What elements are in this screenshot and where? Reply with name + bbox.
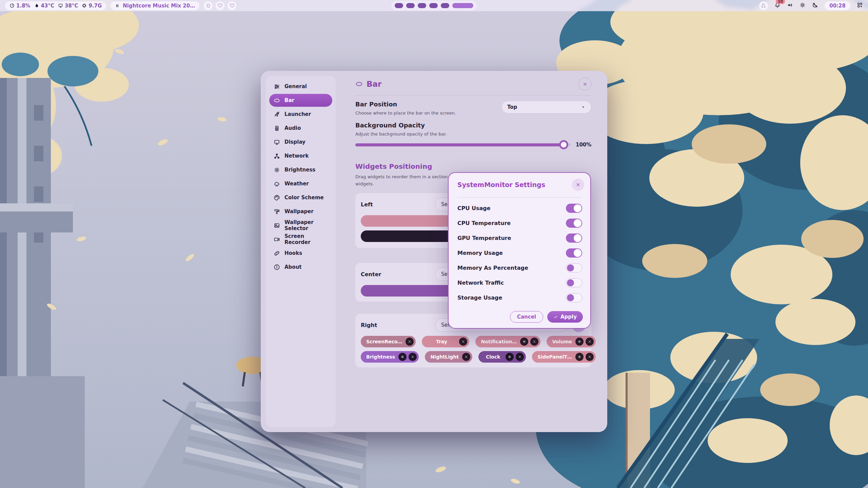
chip-settings-button[interactable] — [398, 353, 407, 361]
toggle-switch[interactable] — [566, 233, 582, 243]
chip-remove-button[interactable] — [530, 338, 538, 346]
pill-icon — [274, 97, 280, 104]
toggle-row-memory-as-percentage: Memory As Percentage — [457, 260, 582, 275]
network-icon — [274, 153, 280, 159]
sidebar-item-label: Color Scheme — [284, 195, 324, 201]
bar-position-label: Bar Position — [355, 101, 456, 108]
opacity-slider-knob[interactable] — [559, 140, 568, 149]
sidebar-item-about[interactable]: About — [269, 261, 332, 273]
close-icon — [588, 355, 592, 359]
bar-position-dropdown[interactable]: Top — [501, 101, 591, 114]
cancel-button[interactable]: Cancel — [510, 311, 543, 323]
moon-slash-button[interactable] — [812, 2, 818, 9]
heart-button[interactable] — [216, 1, 224, 10]
chip-remove-button[interactable] — [406, 338, 414, 346]
toggle-knob — [574, 219, 581, 227]
volume-button[interactable] — [787, 2, 793, 9]
gear-icon — [522, 340, 526, 344]
media-title: Nightcore Music Mix 20… — [123, 3, 195, 9]
sidebar-item-audio[interactable]: Audio — [269, 122, 332, 135]
sidebar-item-weather[interactable]: Weather — [269, 177, 332, 190]
image-icon — [274, 222, 280, 229]
toggle-switch[interactable] — [566, 248, 582, 258]
bell-button[interactable]: 10 — [774, 2, 781, 9]
modal-close-button[interactable] — [572, 179, 584, 191]
media-player-pill[interactable]: Nightcore Music Mix 20… — [111, 1, 199, 10]
sun-button[interactable] — [800, 2, 806, 9]
apply-button[interactable]: Apply — [547, 311, 583, 323]
gear-icon — [577, 355, 581, 359]
section-name: Center — [361, 271, 381, 278]
gear-icon — [577, 340, 581, 344]
widget-chip-notification[interactable]: Notification… — [475, 336, 540, 347]
close-icon — [464, 355, 468, 359]
workspace-active[interactable] — [452, 3, 473, 8]
sidebar-item-color-scheme[interactable]: Color Scheme — [269, 191, 332, 204]
sidebar-item-label: Brightness — [284, 167, 315, 173]
window-close-button[interactable] — [578, 78, 591, 90]
sidebar-item-display[interactable]: Display — [269, 136, 332, 148]
chip-remove-button[interactable] — [409, 353, 417, 361]
sidebar-item-network[interactable]: Network — [269, 149, 332, 162]
sidebar-item-screen-recorder[interactable]: Screen Recorder — [269, 233, 332, 246]
skull-button[interactable] — [204, 1, 213, 10]
sidebar-item-hooks[interactable]: Hooks — [269, 247, 332, 260]
widget-chip-nightlight[interactable]: NightLight — [425, 351, 472, 363]
opacity-slider[interactable] — [355, 143, 571, 146]
systray-button[interactable] — [759, 1, 768, 10]
background-opacity-setting: Background Opacity Adjust the background… — [355, 122, 591, 148]
close-icon — [583, 82, 588, 87]
chip-settings-button[interactable] — [575, 338, 584, 346]
volume-icon — [787, 2, 793, 8]
workspace-dot[interactable] — [395, 3, 403, 8]
sidebar-item-brightness[interactable]: Brightness — [269, 163, 332, 176]
toggle-switch[interactable] — [566, 278, 582, 287]
toggle-label: Storage Usage — [457, 294, 502, 301]
clock-pill[interactable]: 00:28 — [825, 1, 850, 10]
sidebar-item-wallpaper-selector[interactable]: Wallpaper Selector — [269, 219, 332, 232]
toggle-knob — [574, 249, 581, 257]
chip-remove-button[interactable] — [459, 338, 467, 346]
sun-icon — [274, 167, 280, 173]
speakerbox-icon — [274, 125, 280, 131]
toggle-row-network-traffic: Network Traffic — [457, 275, 582, 290]
chip-icon — [82, 3, 87, 8]
apps-button[interactable] — [857, 2, 863, 9]
workspace-indicator — [391, 1, 477, 11]
widget-chip-clock[interactable]: Clock — [478, 351, 526, 363]
widget-chip-screenreco[interactable]: ScreenReco… — [361, 336, 416, 347]
widget-chip-tray[interactable]: Tray — [422, 336, 469, 347]
toggle-switch[interactable] — [566, 204, 582, 213]
chip-remove-button[interactable] — [586, 353, 594, 361]
workspace-dot[interactable] — [429, 3, 438, 8]
chip-remove-button[interactable] — [516, 353, 524, 361]
widget-chip-brightness[interactable]: Brightness — [361, 351, 419, 363]
widget-chip-sidepanelt[interactable]: SidePanelT… — [532, 351, 596, 363]
widget-chip-volume[interactable]: Volume — [547, 336, 596, 347]
stat-value: 1.8% — [16, 3, 31, 9]
chip-settings-button[interactable] — [520, 338, 528, 346]
modal-title: SystemMonitor Settings — [457, 181, 545, 188]
workspace-dot[interactable] — [406, 3, 415, 8]
toggle-switch[interactable] — [566, 219, 582, 228]
chip-row: BrightnessNightLightClockSidePanelT… — [361, 351, 586, 363]
sidebar-item-bar[interactable]: Bar — [269, 94, 332, 107]
close-icon — [411, 355, 415, 359]
sidebar-item-general[interactable]: General — [269, 80, 332, 93]
sidebar-item-launcher[interactable]: Launcher — [269, 108, 332, 121]
workspace-dot[interactable] — [441, 3, 449, 8]
system-stats-pill[interactable]: 1.8%43°C38°C9.7G — [5, 1, 106, 10]
toggle-switch[interactable] — [566, 293, 582, 302]
chip-remove-button[interactable] — [586, 338, 594, 346]
close-icon — [532, 340, 536, 344]
chip-settings-button[interactable] — [506, 353, 514, 361]
chip-remove-button[interactable] — [462, 353, 470, 361]
toggle-switch[interactable] — [566, 263, 582, 272]
toggle-row-memory-usage: Memory Usage — [457, 245, 582, 260]
toggle-knob — [567, 279, 574, 286]
workspace-dot[interactable] — [418, 3, 426, 8]
chip-settings-button[interactable] — [575, 353, 584, 361]
sidebar-item-wallpaper[interactable]: Wallpaper — [269, 205, 332, 218]
stat-value: 9.7G — [88, 3, 102, 9]
heart-button[interactable] — [228, 1, 236, 10]
